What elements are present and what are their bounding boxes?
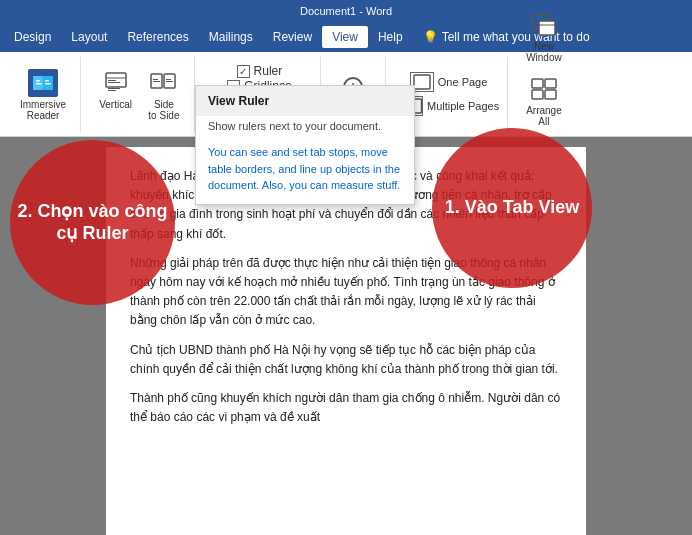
menu-layout[interactable]: Layout	[61, 26, 117, 48]
document-page: Lãnh đạo Hà Nội cũng nêu rõ việc giám sá…	[106, 147, 586, 535]
svg-rect-14	[153, 79, 158, 80]
immersive-reader-icon	[27, 67, 59, 99]
dropdown-title: View Ruler	[196, 86, 414, 116]
svg-rect-26	[539, 21, 555, 35]
menu-help[interactable]: Help	[368, 26, 413, 48]
vertical-button[interactable]: Vertical	[93, 65, 138, 123]
title-bar: Document1 - Word	[0, 0, 692, 22]
menu-tell[interactable]: 💡 Tell me what you want to do	[413, 26, 600, 48]
svg-rect-8	[108, 80, 116, 81]
vertical-icon	[100, 67, 132, 99]
paragraph-3: Chủ tịch UBND thành phố Hà Nội hy vọng s…	[130, 341, 562, 379]
multiple-pages-label: Multiple Pages	[427, 100, 499, 112]
svg-rect-16	[166, 79, 171, 80]
arrange-all-button[interactable]: ArrangeAll	[520, 71, 568, 129]
svg-rect-31	[545, 90, 556, 99]
menu-design[interactable]: Design	[4, 26, 61, 48]
dropdown-subtitle: Show rulers next to your document.	[196, 116, 414, 138]
dropdown-body: You can see and set tab stops, move tabl…	[196, 138, 414, 204]
ruler-label: Ruler	[254, 64, 283, 78]
svg-rect-10	[108, 90, 116, 91]
new-window-label: NewWindow	[526, 41, 562, 63]
menu-review[interactable]: Review	[263, 26, 322, 48]
ruler-checkbox[interactable]	[237, 65, 250, 78]
ruler-checkbox-row[interactable]: Ruler	[237, 64, 283, 78]
menu-mailings[interactable]: Mailings	[199, 26, 263, 48]
side-to-side-button[interactable]: Sideto Side	[142, 65, 186, 123]
arrange-all-label: ArrangeAll	[526, 105, 562, 127]
svg-rect-29	[545, 79, 556, 88]
side-to-side-icon	[148, 67, 180, 99]
immersive-reader-button[interactable]: ImmersiveReader	[14, 65, 72, 123]
svg-rect-22	[414, 75, 430, 89]
svg-rect-28	[532, 79, 543, 88]
side-to-side-label: Sideto Side	[148, 99, 179, 121]
svg-rect-2	[36, 80, 40, 82]
svg-rect-9	[108, 82, 120, 83]
paragraph-4: Thành phố cũng khuyến khích người dân th…	[130, 389, 562, 427]
views-group: Vertical Sideto Side	[85, 56, 195, 132]
menu-view[interactable]: View	[322, 26, 368, 48]
new-window-button[interactable]: NewWindow	[520, 7, 568, 65]
immersive-group: ImmersiveReader	[6, 56, 81, 132]
vertical-label: Vertical	[99, 99, 132, 110]
svg-rect-4	[45, 80, 49, 82]
lightbulb-icon: 💡	[423, 30, 438, 44]
svg-rect-17	[166, 81, 173, 82]
immersive-reader-label: ImmersiveReader	[20, 99, 66, 121]
svg-rect-30	[532, 90, 543, 99]
title-bar-text: Document1 - Word	[300, 5, 392, 17]
one-page-button[interactable]: One Page	[406, 71, 492, 93]
window-group: NewWindow ArrangeAll	[512, 56, 576, 132]
paragraph-2: Những giải pháp trên đã được thực hiện n…	[130, 254, 562, 331]
arrange-all-icon	[528, 73, 560, 105]
one-page-label: One Page	[438, 76, 488, 88]
menu-bar: Design Layout References Mailings Review…	[0, 22, 692, 52]
svg-rect-5	[45, 83, 51, 85]
svg-rect-15	[153, 81, 160, 82]
menu-references[interactable]: References	[117, 26, 198, 48]
svg-rect-3	[36, 83, 42, 85]
view-ruler-dropdown: View Ruler Show rulers next to your docu…	[195, 85, 415, 205]
new-window-icon	[528, 9, 560, 41]
svg-rect-11	[108, 88, 120, 89]
